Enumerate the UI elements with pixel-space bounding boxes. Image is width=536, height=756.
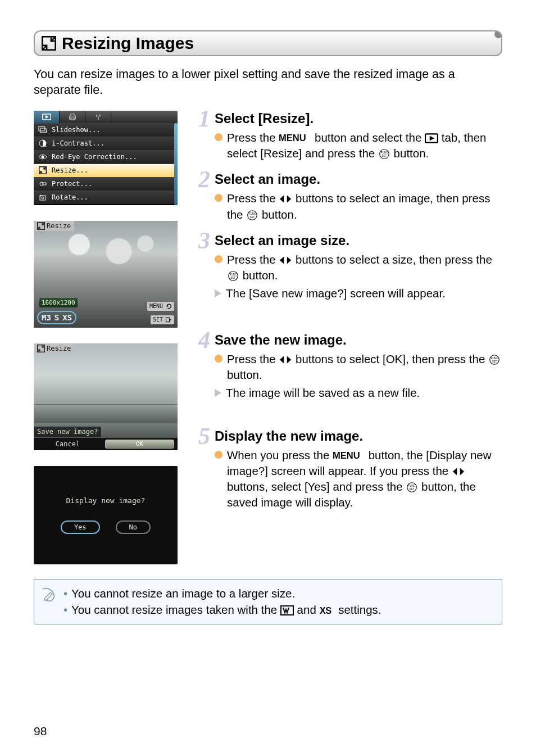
page-number: 98 — [34, 725, 47, 738]
menu-item: ii-Contrast... — [34, 137, 178, 150]
step-4: 4Save the new image.Press the buttons to… — [193, 332, 502, 404]
menu-item-label: Rotate... — [52, 193, 88, 201]
resolution-label: 1600x1200 — [39, 298, 78, 307]
menu-item: Protect... — [34, 177, 178, 191]
tip-item: You cannot resize an image to a larger s… — [63, 585, 494, 602]
func-set-icon — [246, 210, 258, 220]
left-right-icon — [279, 194, 292, 204]
rotate-icon — [38, 193, 47, 201]
menu-item-label: Protect... — [52, 180, 92, 188]
menu-item-label: Slideshow... — [52, 126, 101, 134]
step-title: Select an image. — [215, 171, 502, 187]
step-title: Save the new image. — [215, 332, 502, 348]
pencil-icon — [40, 586, 57, 608]
step-number: 3 — [193, 230, 210, 302]
menu-word-icon — [279, 133, 311, 143]
step-number: 1 — [193, 108, 210, 162]
bullet-dot-icon — [215, 255, 222, 263]
slideshow-icon — [38, 126, 47, 134]
step-bullet: When you press the button, the [Display … — [215, 447, 502, 511]
left-right-icon — [279, 355, 292, 365]
step-bullet: Press the button and select the tab, the… — [215, 130, 502, 162]
set-next-indicator: SET — [151, 315, 174, 324]
print-tab-icon — [60, 111, 85, 123]
result-triangle-icon — [215, 389, 221, 397]
resize-icon — [42, 36, 56, 51]
camera-display-screenshot: Display new image? Yes No — [34, 466, 178, 564]
redeye-icon — [38, 153, 47, 160]
menu-item: Red-Eye Correction... — [34, 150, 178, 164]
decor-dot — [494, 30, 502, 38]
step-bullet: Press the buttons to select [OK], then p… — [215, 351, 502, 383]
func-set-icon — [227, 271, 239, 281]
camera-resize-screenshot: Resize 1600x1200 M3 S XS MENU SET — [34, 221, 178, 328]
bullet-dot-icon — [215, 194, 222, 202]
page-title-bar: Resizing Images — [34, 30, 502, 56]
svg-point-21 — [42, 197, 44, 199]
step-bullet: The [Save new image?] screen will appear… — [215, 286, 502, 301]
step-number: 2 — [193, 169, 210, 223]
resize-icon — [38, 166, 47, 174]
svg-text:i: i — [44, 143, 47, 148]
step-bullet: The image will be saved as a new file. — [215, 385, 502, 401]
menu-scrollbar — [174, 123, 178, 205]
step-2: 2Select an image.Press the buttons to se… — [193, 171, 502, 225]
menu-word-icon — [333, 451, 365, 461]
icontrast-icon: i — [38, 139, 47, 147]
intro-text: You can resize images to a lower pixel s… — [34, 66, 502, 98]
menu-item: Rotate... — [34, 191, 178, 204]
svg-point-17 — [42, 156, 44, 159]
cancel-label: Cancel — [34, 438, 102, 450]
camera-menu-screenshot: Slideshow...ii-Contrast...Red-Eye Correc… — [34, 111, 178, 205]
svg-rect-14 — [40, 128, 46, 133]
menu-item: Slideshow... — [34, 123, 178, 137]
step-title: Display the new image. — [215, 428, 502, 444]
tips-box: You cannot resize an image to a larger s… — [34, 579, 502, 624]
step-number: 4 — [193, 330, 210, 401]
save-question: Save new image? — [34, 427, 101, 437]
menu-item-label: Resize... — [52, 166, 88, 174]
tip-item: You cannot resize images taken with the … — [63, 601, 494, 618]
yes-button-shot: Yes — [61, 520, 100, 534]
ok-button-shot: OK — [105, 440, 174, 449]
resize-tag-2: Resize — [34, 343, 74, 354]
bullet-dot-icon — [215, 451, 222, 459]
func-set-icon — [378, 149, 390, 159]
step-bullet: Press the buttons to select a size, then… — [215, 252, 502, 284]
step-number: 5 — [193, 426, 210, 511]
camera-save-screenshot: Resize Save new image? Cancel OK — [34, 343, 178, 450]
display-question: Display new image? — [66, 496, 146, 505]
menu-back-indicator: MENU — [147, 302, 174, 311]
play-tab-icon — [34, 111, 60, 123]
menu-item-label: Red-Eye Correction... — [52, 153, 137, 161]
func-set-icon — [406, 482, 418, 492]
menu-item: Resize... — [34, 164, 178, 177]
page-title: Resizing Images — [62, 34, 194, 53]
xs-icon — [320, 605, 335, 615]
size-options-pill: M3 S XS — [37, 311, 76, 324]
step-title: Select [Resize]. — [215, 111, 502, 126]
left-right-icon — [452, 467, 465, 477]
step-title: Select an image size. — [215, 233, 502, 248]
menu-item-label: i-Contrast... — [52, 139, 105, 147]
func-set-icon — [488, 355, 501, 365]
left-right-icon — [279, 255, 292, 265]
step-3: 3Select an image size.Press the buttons … — [193, 233, 502, 304]
svg-rect-13 — [39, 126, 44, 131]
result-triangle-icon — [215, 289, 221, 297]
step-5: 5Display the new image.When you press th… — [193, 428, 502, 513]
step-1: 1Select [Resize].Press the button and se… — [193, 111, 502, 164]
protect-icon — [38, 180, 47, 188]
tools-tab-icon — [85, 111, 111, 123]
bullet-dot-icon — [215, 133, 222, 141]
step-bullet: Press the buttons to select an image, th… — [215, 191, 502, 223]
no-button-shot: No — [116, 520, 151, 534]
bullet-dot-icon — [215, 355, 222, 363]
resize-tag: Resize — [34, 221, 74, 231]
widescreen-icon — [280, 605, 294, 615]
play-tab-glyph — [425, 133, 438, 143]
